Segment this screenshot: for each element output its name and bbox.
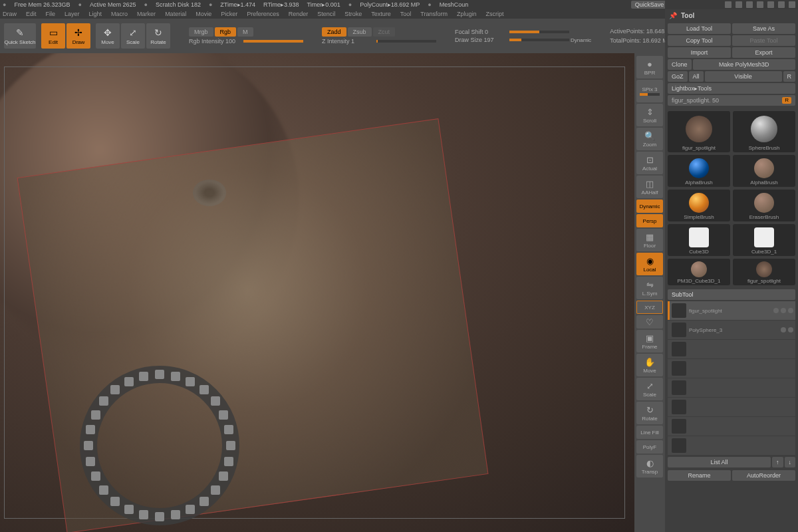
quick-sketch-button[interactable]: ✎Quick Sketch [4, 23, 36, 49]
menu-render[interactable]: Render [289, 11, 309, 17]
spotlight-dial-tool-icon[interactable] [124, 505, 134, 514]
spix-button[interactable]: SPix 3 [636, 80, 663, 102]
actual-button[interactable]: ⊡Actual [636, 152, 663, 174]
import-button[interactable]: Import [668, 47, 731, 58]
spotlight-dial-tool-icon[interactable] [219, 471, 228, 481]
paint-icon[interactable] [788, 327, 793, 332]
spotlight-dial-tool-icon[interactable] [200, 497, 209, 506]
tool-thumb[interactable]: SimpleBrush [668, 190, 730, 221]
xyz-button[interactable]: XYZ [636, 301, 663, 314]
tool-thumb[interactable]: figur_spotlight [668, 111, 730, 152]
rgb-intensity-label[interactable]: Rgb Intensity 100 [189, 38, 242, 45]
menu-file[interactable]: File [46, 11, 56, 17]
rgb-button[interactable]: Rgb [215, 27, 237, 37]
spotlight-dial-tool-icon[interactable] [91, 410, 100, 420]
menu-marker[interactable]: Marker [137, 11, 156, 17]
up-button[interactable]: ↑ [772, 457, 783, 467]
rotate-button[interactable]: ↻Rotate [146, 23, 170, 49]
m-button[interactable]: M [237, 27, 253, 37]
goz-visible-button[interactable]: Visible [705, 71, 782, 82]
spotlight-dial-tool-icon[interactable] [86, 425, 95, 434]
headphones-button[interactable]: ♡ [636, 315, 663, 329]
subtool-row[interactable] [668, 417, 795, 436]
spotlight-dial-tool-icon[interactable] [139, 372, 148, 381]
load-tool-button[interactable]: Load Tool [668, 23, 731, 34]
menu-zplugin[interactable]: Zplugin [457, 11, 477, 17]
menu-picker[interactable]: Picker [221, 11, 237, 17]
list-all-button[interactable]: List All [668, 457, 771, 467]
eye-icon[interactable] [781, 327, 786, 332]
pin-icon[interactable]: 📌 [669, 12, 677, 19]
move-view-button[interactable]: ✋Move [636, 354, 663, 376]
linefill-button[interactable]: Line Fill [636, 426, 663, 439]
eye-icon[interactable] [788, 308, 793, 313]
quicksave-button[interactable]: QuickSave [631, 1, 668, 9]
zoom-button[interactable]: 🔍Zoom [636, 128, 663, 150]
menu-transform[interactable]: Transform [420, 11, 448, 17]
transp-button[interactable]: ◐Transp [636, 455, 663, 477]
tool-thumb[interactable]: AlphaBrush [668, 155, 730, 187]
tool-thumb[interactable]: SphereBrush [733, 111, 795, 152]
spotlight-dial-tool-icon[interactable] [226, 441, 235, 450]
titlebar-icon[interactable] [735, 1, 742, 8]
focal-shift-slider[interactable] [509, 31, 569, 33]
goz-all-button[interactable]: All [689, 71, 704, 82]
menu-preferences[interactable]: Preferences [247, 11, 279, 17]
spotlight-dial-tool-icon[interactable] [155, 370, 164, 379]
r-badge[interactable]: R [782, 97, 791, 104]
zcut-button[interactable]: Zcut [373, 27, 396, 37]
spotlight-dial-tool-icon[interactable] [171, 510, 180, 519]
spotlight-dial-tool-icon[interactable] [186, 505, 195, 514]
viewport[interactable] [0, 53, 665, 532]
down-button[interactable]: ↓ [785, 457, 796, 467]
lightbox-breadcrumb[interactable]: Lightbox▸Tools [668, 83, 795, 94]
focal-shift-label[interactable]: Focal Shift 0 [455, 29, 508, 35]
subtool-row[interactable] [668, 378, 795, 397]
export-button[interactable]: Export [732, 47, 795, 58]
spotlight-dial-tool-icon[interactable] [155, 512, 164, 521]
spotlight-dial-tool-icon[interactable] [171, 372, 180, 381]
spotlight-dial-tool-icon[interactable] [110, 385, 120, 394]
rename-button[interactable]: Rename [668, 470, 731, 481]
spotlight-dial-tool-icon[interactable] [110, 497, 120, 506]
menu-light[interactable]: Light [89, 11, 102, 17]
draw-size-label[interactable]: Draw Size 197 [455, 37, 508, 43]
aahalf-button[interactable]: ◫AAHalf [636, 176, 663, 198]
titlebar-icon[interactable] [746, 1, 753, 8]
spotlight-dial-tool-icon[interactable] [219, 410, 228, 420]
menu-texture[interactable]: Texture [371, 11, 391, 17]
menu-draw[interactable]: Draw [3, 11, 17, 17]
subtool-row[interactable]: figur_spotlight [668, 301, 795, 320]
paint-icon[interactable] [781, 308, 786, 313]
spotlight-dial-tool-icon[interactable] [139, 510, 148, 519]
titlebar-icon[interactable] [778, 1, 785, 8]
spotlight-dial-tool-icon[interactable] [99, 396, 108, 406]
menu-zscript[interactable]: Zscript [486, 11, 504, 17]
scale-button[interactable]: ⤢Scale [121, 23, 145, 49]
rotate-view-button[interactable]: ↻Rotate [636, 402, 663, 424]
floor-button[interactable]: ▦Floor [636, 229, 663, 251]
mrgb-button[interactable]: Mrgb [189, 27, 213, 37]
copy-tool-button[interactable]: Copy Tool [668, 35, 731, 46]
clone-button[interactable]: Clone [668, 59, 692, 70]
menu-movie[interactable]: Movie [196, 11, 211, 17]
autoreorder-button[interactable]: AutoReorder [732, 470, 795, 481]
menu-material[interactable]: Material [165, 11, 186, 17]
spotlight-dial-tool-icon[interactable] [99, 485, 108, 495]
make-polymesh-button[interactable]: Make PolyMesh3D [693, 59, 795, 70]
titlebar-icon[interactable] [767, 1, 774, 8]
menu-macro[interactable]: Macro [111, 11, 128, 17]
subtool-row[interactable] [668, 359, 795, 378]
zsub-button[interactable]: Zsub [348, 27, 372, 37]
spotlight-dial-tool-icon[interactable] [84, 441, 93, 450]
spotlight-dial-tool-icon[interactable] [224, 457, 233, 466]
draw-button[interactable]: ✢Draw [66, 23, 90, 49]
local-button[interactable]: ◉Local [636, 253, 663, 275]
scroll-button[interactable]: ⇕Scroll [636, 104, 663, 126]
subtool-header[interactable]: SubTool [668, 289, 795, 300]
subtool-row[interactable] [668, 436, 795, 455]
titlebar-icon[interactable] [725, 1, 732, 8]
titlebar-icon[interactable] [757, 1, 763, 8]
spotlight-dial-tool-icon[interactable] [186, 377, 195, 386]
polyf-button[interactable]: PolyF [636, 440, 663, 454]
